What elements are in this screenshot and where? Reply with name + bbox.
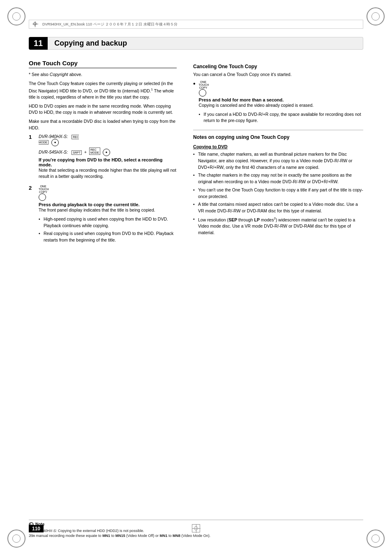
step-2-number: 2: [29, 185, 35, 191]
notes-section-title: Notes on copying using One Touch Copy: [193, 134, 363, 140]
corner-decoration-tl: [4, 4, 29, 29]
step-2: 2 ONE TOUCH COPY Press during playback t…: [29, 185, 177, 246]
step-1-dvr1-line: DVR-940HX-S: RECMODE ●: [39, 134, 177, 146]
step-1-number: 1: [29, 134, 35, 140]
left-section-title: One Touch Copy: [29, 60, 177, 68]
srpt-badge: SRPT: [71, 150, 82, 155]
step-1-content: DVR-940HX-S: RECMODE ● DVR-545HX-S: SRPT…: [39, 134, 177, 183]
cancel-bullet-1: If you cancel a HDD to DVD-R/+R copy, th…: [199, 111, 363, 124]
cancel-bullets: If you cancel a HDD to DVD-R/+R copy, th…: [199, 111, 363, 124]
step-2-content: ONE TOUCH COPY Press during playback to …: [39, 185, 177, 246]
chapter-number: 11: [29, 37, 48, 50]
page-locale: En: [29, 534, 35, 538]
notes-bullet-4: A title that contains mixed aspect ratio…: [193, 201, 363, 214]
notes-bullet-2: The chapter markers in the copy may not …: [193, 172, 363, 185]
hdd-dvd-paragraph: HDD to DVD copies are made in the same r…: [29, 103, 177, 116]
footnote-2: 2 In manual recording mode these equate …: [29, 533, 363, 539]
cancel-intro: You can cancel a One Touch Copy once it'…: [193, 71, 363, 78]
step-1-instruction: If you're copying from DVD to the HDD, s…: [39, 157, 177, 167]
step-2-instruction: Press during playback to copy the curren…: [39, 202, 177, 207]
step-1: 1 DVR-940HX-S: RECMODE ● DVR-545HX-S:: [29, 134, 177, 183]
right-column: Canceling One Touch Copy You can cancel …: [193, 60, 363, 514]
one-touch-label-right: ONE TOUCH COPY: [199, 81, 363, 97]
step-1-dvr2-line: DVR-545HX-S: SRPT + RECMODE ●: [39, 147, 177, 156]
notes-bullet-3: You can't use the One Touch Copy functio…: [193, 187, 363, 200]
recordable-paragraph: Make sure that a recordable DVD disc is …: [29, 118, 177, 131]
notes-bullet-1: Title name, chapter markers, as well as …: [193, 151, 363, 170]
rec-mode-badge-2: RECMODE: [89, 147, 100, 155]
notes-bullet-5: Low resolution (SEP through LP modes2) w…: [193, 216, 363, 236]
bullet-realtime: Real copying is used when copying from D…: [39, 230, 177, 244]
page-number: 110: [29, 525, 44, 532]
press-hold-row: • ONE TOUCH COPY Press and hold for more…: [193, 81, 363, 127]
cancel-section-title: Canceling One Touch Copy: [193, 64, 363, 69]
corner-decoration-tr: [363, 4, 388, 29]
one-touch-hold-icon: [199, 89, 206, 97]
corner-decoration-br: [363, 526, 388, 551]
one-touch-label: ONE TOUCH COPY: [39, 185, 48, 193]
step-2-icon-line: ONE TOUCH COPY: [39, 185, 177, 201]
record-button-icon-2: ●: [103, 149, 110, 156]
one-touch-copy-icon: [39, 193, 46, 201]
chapter-title: Copying and backup: [48, 37, 363, 50]
cancel-result: Copying is canceled and the video alread…: [199, 102, 363, 109]
chapter-header: 11 Copying and backup: [29, 37, 363, 50]
crosshair-icon: [32, 21, 38, 27]
corner-decoration-bl: [4, 526, 29, 551]
press-hold-instruction: Press and hold for more than a second.: [199, 97, 363, 102]
bullet-highspeed: High-speed copying is used when copying …: [39, 216, 177, 229]
intro-paragraph: The One Touch Copy feature copies the cu…: [29, 81, 177, 101]
copying-dvd-subtitle: Copying to DVD: [193, 144, 363, 149]
record-button-icon: ●: [51, 139, 59, 146]
notes-bullets: Title name, chapter markers, as well as …: [193, 151, 363, 236]
left-column: One Touch Copy * See also Copyright abov…: [29, 60, 181, 514]
step-2-display-note: The front panel display indicates that t…: [39, 207, 177, 214]
center-bottom-crosshair: [192, 524, 200, 532]
content-area: One Touch Copy * See also Copyright abov…: [29, 60, 363, 514]
top-bar: DVR940HX_UK_EN.book 110 ページ ２００６年７月１２日 水…: [29, 20, 363, 29]
top-bar-text: DVR940HX_UK_EN.book 110 ページ ２００６年７月１２日 水…: [42, 22, 178, 27]
step-2-bullets: High-speed copying is used when copying …: [39, 216, 177, 244]
copyright-note: * See also Copyright above.: [29, 71, 177, 78]
step-1-note: Note that selecting a recording mode hig…: [39, 167, 177, 180]
divider-1: [193, 130, 363, 130]
